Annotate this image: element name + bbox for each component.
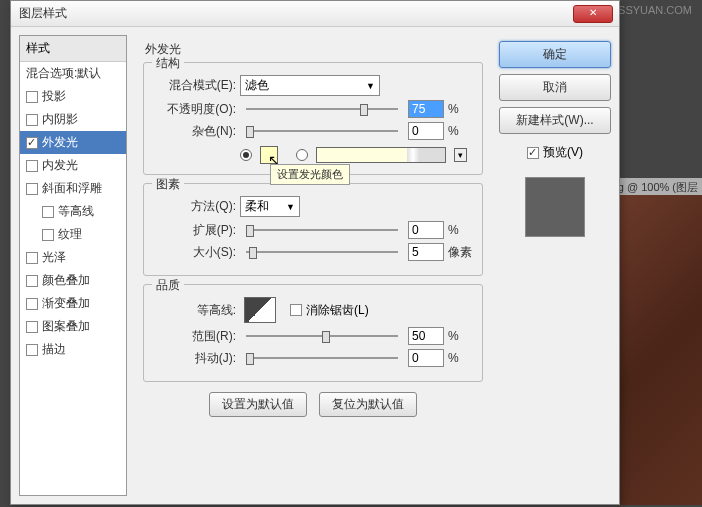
style-label: 等高线 (58, 203, 94, 220)
preview-label: 预览(V) (543, 144, 583, 161)
range-slider[interactable] (246, 328, 398, 344)
size-slider[interactable] (246, 244, 398, 260)
style-label: 斜面和浮雕 (42, 180, 102, 197)
quality-fieldset: 品质 等高线: 消除锯齿(L) 范围(R): 50 % 抖动(J): (143, 284, 483, 382)
style-checkbox[interactable] (26, 114, 38, 126)
blend-mode-dropdown[interactable]: 滤色 ▼ (240, 75, 380, 96)
structure-legend: 结构 (152, 55, 184, 72)
set-default-button[interactable]: 设置为默认值 (209, 392, 307, 417)
style-checkbox[interactable] (26, 298, 38, 310)
elements-fieldset: 图素 方法(Q): 柔和 ▼ 扩展(P): 0 % 大小(S): (143, 183, 483, 276)
style-item-9[interactable]: 渐变叠加 (20, 292, 126, 315)
style-checkbox[interactable] (26, 160, 38, 172)
range-unit: % (448, 329, 472, 343)
blend-mode-label: 混合模式(E): (154, 77, 236, 94)
size-unit: 像素 (448, 244, 472, 261)
close-button[interactable]: ✕ (573, 5, 613, 23)
dialog-actions: 确定 取消 新建样式(W)... 预览(V) (499, 35, 611, 496)
chevron-down-icon: ▼ (366, 81, 375, 91)
spread-input[interactable]: 0 (408, 221, 444, 239)
contour-label: 等高线: (154, 302, 236, 319)
size-label: 大小(S): (154, 244, 236, 261)
style-label: 纹理 (58, 226, 82, 243)
preview-checkbox[interactable] (527, 147, 539, 159)
layer-style-dialog: 图层样式 ✕ 样式 混合选项:默认 投影内阴影外发光内发光斜面和浮雕等高线纹理光… (10, 0, 620, 505)
style-label: 颜色叠加 (42, 272, 90, 289)
style-item-1[interactable]: 内阴影 (20, 108, 126, 131)
noise-unit: % (448, 124, 472, 138)
style-label: 投影 (42, 88, 66, 105)
style-checkbox[interactable] (26, 344, 38, 356)
style-item-0[interactable]: 投影 (20, 85, 126, 108)
style-checkbox[interactable] (42, 229, 54, 241)
style-checkbox[interactable] (26, 275, 38, 287)
background-image (617, 195, 702, 505)
style-checkbox[interactable] (26, 137, 38, 149)
new-style-button[interactable]: 新建样式(W)... (499, 107, 611, 134)
spread-unit: % (448, 223, 472, 237)
style-item-2[interactable]: 外发光 (20, 131, 126, 154)
elements-legend: 图素 (152, 176, 184, 193)
spread-label: 扩展(P): (154, 222, 236, 239)
dialog-title: 图层样式 (17, 5, 573, 22)
color-radio[interactable] (240, 149, 252, 161)
jitter-slider[interactable] (246, 350, 398, 366)
titlebar[interactable]: 图层样式 ✕ (11, 1, 619, 27)
style-label: 外发光 (42, 134, 78, 151)
style-checkbox[interactable] (26, 183, 38, 195)
style-checkbox[interactable] (26, 252, 38, 264)
gradient-radio[interactable] (296, 149, 308, 161)
style-label: 光泽 (42, 249, 66, 266)
chevron-down-icon[interactable]: ▾ (454, 148, 467, 162)
preview-swatch (525, 177, 585, 237)
style-label: 描边 (42, 341, 66, 358)
panel-title: 外发光 (145, 41, 483, 58)
style-checkbox[interactable] (26, 91, 38, 103)
style-item-3[interactable]: 内发光 (20, 154, 126, 177)
quality-legend: 品质 (152, 277, 184, 294)
style-label: 内阴影 (42, 111, 78, 128)
reset-default-button[interactable]: 复位为默认值 (319, 392, 417, 417)
noise-input[interactable]: 0 (408, 122, 444, 140)
style-label: 图案叠加 (42, 318, 90, 335)
opacity-label: 不透明度(O): (154, 101, 236, 118)
style-label: 渐变叠加 (42, 295, 90, 312)
noise-label: 杂色(N): (154, 123, 236, 140)
spread-slider[interactable] (246, 222, 398, 238)
chevron-down-icon: ▼ (286, 202, 295, 212)
method-dropdown[interactable]: 柔和 ▼ (240, 196, 300, 217)
structure-fieldset: 结构 混合模式(E): 滤色 ▼ 不透明度(O): 75 % 杂色(N): (143, 62, 483, 175)
style-item-7[interactable]: 光泽 (20, 246, 126, 269)
jitter-label: 抖动(J): (154, 350, 236, 367)
styles-list: 样式 混合选项:默认 投影内阴影外发光内发光斜面和浮雕等高线纹理光泽颜色叠加渐变… (19, 35, 127, 496)
contour-picker[interactable] (244, 297, 276, 323)
cancel-button[interactable]: 取消 (499, 74, 611, 101)
size-input[interactable]: 5 (408, 243, 444, 261)
antialias-label: 消除锯齿(L) (306, 302, 369, 319)
glow-color-swatch[interactable] (260, 146, 278, 164)
range-label: 范围(R): (154, 328, 236, 345)
style-item-8[interactable]: 颜色叠加 (20, 269, 126, 292)
blending-options-item[interactable]: 混合选项:默认 (20, 62, 126, 85)
style-item-11[interactable]: 描边 (20, 338, 126, 361)
style-label: 内发光 (42, 157, 78, 174)
style-item-5[interactable]: 等高线 (20, 200, 126, 223)
jitter-unit: % (448, 351, 472, 365)
noise-slider[interactable] (246, 123, 398, 139)
style-item-6[interactable]: 纹理 (20, 223, 126, 246)
jitter-input[interactable]: 0 (408, 349, 444, 367)
options-panel: 外发光 结构 混合模式(E): 滤色 ▼ 不透明度(O): 75 % (135, 35, 491, 496)
style-checkbox[interactable] (42, 206, 54, 218)
style-item-10[interactable]: 图案叠加 (20, 315, 126, 338)
style-checkbox[interactable] (26, 321, 38, 333)
color-tooltip: 设置发光颜色 (270, 164, 350, 185)
styles-header[interactable]: 样式 (20, 36, 126, 62)
ok-button[interactable]: 确定 (499, 41, 611, 68)
opacity-slider[interactable] (246, 101, 398, 117)
range-input[interactable]: 50 (408, 327, 444, 345)
antialias-checkbox[interactable] (290, 304, 302, 316)
opacity-input[interactable]: 75 (408, 100, 444, 118)
opacity-unit: % (448, 102, 472, 116)
style-item-4[interactable]: 斜面和浮雕 (20, 177, 126, 200)
gradient-picker[interactable] (316, 147, 446, 163)
